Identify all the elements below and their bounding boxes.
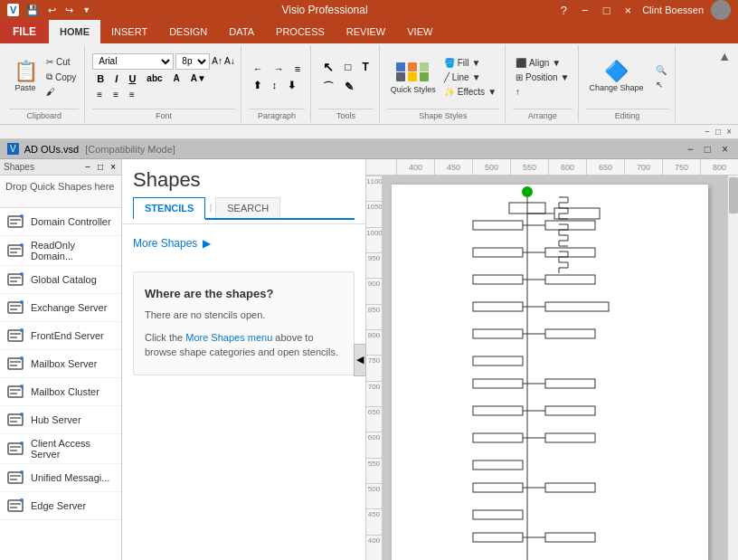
align-mid-btn[interactable]: ↕ [268, 78, 282, 93]
align-button[interactable]: ⬛ Align ▼ [513, 57, 572, 69]
tab-review[interactable]: REVIEW [336, 20, 396, 43]
qat-redo[interactable]: ↪ [63, 5, 75, 16]
inner-window-bar: − □ × [0, 125, 738, 139]
root-node [522, 186, 533, 197]
line-button[interactable]: ╱ Line ▼ [441, 71, 499, 83]
qat-save[interactable]: 💾 [24, 5, 41, 16]
shape-item[interactable]: Unified Messagi... [0, 464, 121, 492]
tab-view[interactable]: VIEW [396, 20, 443, 43]
font-grow-icon[interactable]: A↑ [212, 56, 222, 66]
tab-stencils[interactable]: STENCILS [133, 197, 205, 220]
shape-item[interactable]: Global Catalog [0, 266, 121, 294]
panel-restore-btn[interactable]: □ [96, 162, 105, 172]
svg-rect-48 [473, 221, 523, 230]
font-shrink-icon[interactable]: A↓ [224, 56, 235, 66]
position-button[interactable]: ⊞ Position ▼ [513, 71, 572, 83]
inner-minimize-btn[interactable]: − [702, 127, 713, 137]
para-btns: ← → ≡ ⬆ ↕ ⬇ [249, 62, 305, 93]
tab-home[interactable]: HOME [49, 20, 100, 43]
canvas-scrollbar-v[interactable] [727, 176, 738, 560]
more-shapes-link[interactable]: More Shapes menu [185, 332, 272, 343]
clipboard-group: 📋 Paste ✂ Cut ⧉ Copy 🖌 Clipboard [4, 45, 85, 122]
indent-left-btn[interactable]: ← [249, 62, 268, 76]
shape-item[interactable]: Edge Server [0, 492, 121, 520]
italic-button[interactable]: I [110, 71, 122, 86]
close-btn[interactable]: × [621, 4, 636, 17]
qat-undo[interactable]: ↩ [46, 5, 58, 16]
paste-button[interactable]: 📋 Paste [9, 59, 42, 95]
ribbon-collapse-btn[interactable]: ▲ [714, 45, 734, 67]
help-icon[interactable]: ? [557, 4, 571, 17]
indent-right-btn[interactable]: → [270, 62, 289, 76]
qat-customize[interactable]: ▼ [80, 5, 92, 14]
restore-btn[interactable]: □ [600, 4, 614, 17]
font-name-select[interactable]: Arial [92, 53, 174, 70]
change-shape-button[interactable]: 🔷 Change Shape [586, 59, 648, 95]
bring-forward-button[interactable]: ↑ [513, 86, 572, 98]
tab-data[interactable]: DATA [218, 20, 265, 43]
pointer-tool-btn[interactable]: ↖ [318, 58, 338, 76]
svg-rect-77 [473, 510, 523, 519]
doc-restore-btn[interactable]: □ [702, 143, 714, 156]
clipboard-label: Clipboard [9, 109, 79, 120]
doc-close-btn[interactable]: × [719, 143, 731, 156]
quick-styles-button[interactable]: Quick Styles [387, 58, 440, 97]
shape-scroll[interactable]: Domain Controller ReadOnly Domain... Glo… [0, 208, 121, 560]
fill-button[interactable]: 🪣 Fill ▼ [441, 57, 499, 69]
position-icon: ⊞ [516, 72, 523, 82]
copy-button[interactable]: ⧉ Copy [43, 71, 79, 83]
underline-button[interactable]: U [124, 71, 140, 86]
svg-point-11 [20, 272, 24, 276]
find-button[interactable]: 🔍 [653, 64, 669, 76]
tools-content: ↖ □ T ⌒ ✎ [318, 47, 374, 107]
list-btn[interactable]: ≡ [290, 62, 305, 76]
rectangle-tool-btn[interactable]: □ [340, 58, 355, 76]
inner-restore-btn[interactable]: □ [713, 127, 724, 137]
inner-close-btn[interactable]: × [724, 127, 734, 137]
align-right-button[interactable]: ≡ [125, 88, 139, 101]
strikethrough-button[interactable]: abc [142, 71, 166, 85]
shape-item[interactable]: Mailbox Cluster [0, 378, 121, 406]
tab-insert[interactable]: INSERT [100, 20, 158, 43]
shape-item[interactable]: Mailbox Server [0, 350, 121, 378]
shape-item[interactable]: Exchange Server [0, 294, 121, 322]
svg-point-43 [20, 498, 24, 502]
select-button[interactable]: ↖ [653, 79, 669, 90]
tab-process[interactable]: PROCESS [265, 20, 336, 43]
panel-minimize-btn[interactable]: − [83, 162, 92, 172]
connector-tool-btn[interactable]: ⌒ [318, 78, 338, 97]
text-tool-btn[interactable]: T [357, 58, 373, 76]
pencil-tool-btn[interactable]: ✎ [340, 78, 358, 97]
shape-item[interactable]: ReadOnly Domain... [0, 236, 121, 266]
font-size-select[interactable]: 8pt. [175, 53, 210, 70]
shape-item[interactable]: Hub Server [0, 406, 121, 434]
bold-button[interactable]: B [92, 71, 109, 86]
shapes-pane-collapse-btn[interactable]: ◀ [354, 344, 366, 376]
shape-item[interactable]: FrontEnd Server [0, 322, 121, 350]
align-left-button[interactable]: ≡ [92, 88, 107, 101]
copy-icon: ⧉ [46, 71, 52, 82]
more-shapes-button[interactable]: More Shapes ▶ [133, 233, 355, 253]
tab-file[interactable]: FILE [0, 20, 49, 43]
format-painter-button[interactable]: 🖌 [43, 86, 79, 98]
minimize-btn[interactable]: − [578, 4, 592, 17]
align-center-button[interactable]: ≡ [109, 88, 123, 101]
cut-button[interactable]: ✂ Cut [43, 56, 79, 68]
align-top-btn[interactable]: ⬆ [249, 78, 266, 93]
canvas[interactable] [383, 176, 727, 560]
shape-item[interactable]: Client Access Server [0, 434, 121, 464]
tab-design[interactable]: DESIGN [158, 20, 218, 43]
svg-rect-9 [10, 277, 21, 279]
doc-minimize-btn[interactable]: − [685, 143, 696, 156]
effects-button[interactable]: ✨ Effects ▼ [441, 86, 499, 98]
tab-search[interactable]: SEARCH [215, 197, 280, 218]
align-bot-btn[interactable]: ⬇ [283, 78, 300, 93]
font-color-btn[interactable]: A [169, 71, 184, 85]
rv-750: 750 [366, 355, 382, 380]
shape-item[interactable]: Domain Controller [0, 208, 121, 236]
scroll-thumb-v[interactable] [729, 177, 738, 214]
panel-close-btn[interactable]: × [109, 162, 118, 172]
svg-point-19 [20, 328, 24, 332]
svg-point-23 [20, 356, 24, 360]
font-color-btn-2[interactable]: A▼ [186, 71, 211, 85]
